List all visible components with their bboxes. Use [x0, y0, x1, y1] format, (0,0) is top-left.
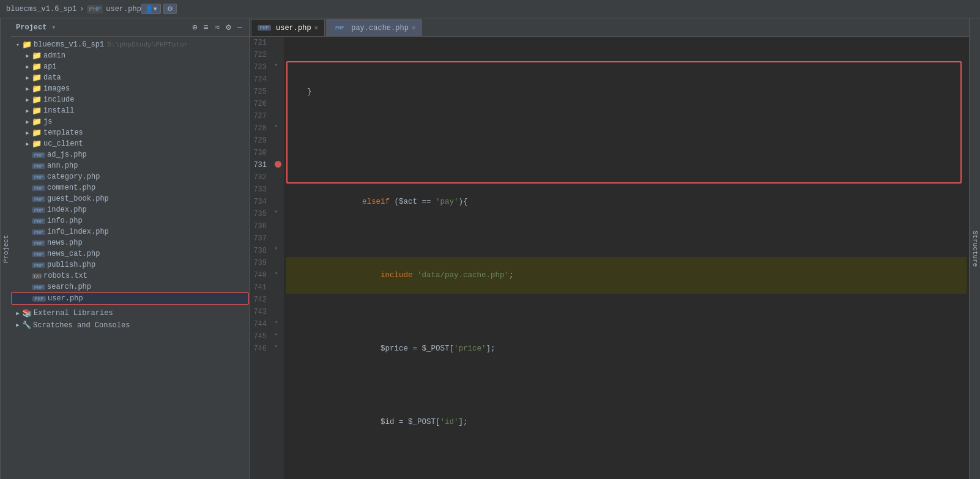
folder-include[interactable]: ▶ 📁 include: [11, 94, 249, 105]
file-publish[interactable]: PHP publish.php: [11, 259, 249, 270]
fold-742[interactable]: ◂: [274, 318, 278, 325]
file-info_index[interactable]: PHP info_index.php: [11, 226, 249, 237]
tab-user-php[interactable]: PHP user.php ×: [251, 19, 325, 36]
file-ad_js[interactable]: PHP ad_js.php: [11, 149, 249, 160]
folder-api[interactable]: ▶ 📁 api: [11, 61, 249, 72]
gutter: ▾ ▾ ◂ ▾ ▾ ◂ ◂ ◂ ▾: [273, 37, 284, 479]
root-path: D:\phpStudy\PHPTutor: [107, 41, 188, 48]
code-content: 721 722 723 724 725 726 727 728 729 730 …: [250, 37, 969, 479]
fold-745[interactable]: ▾: [274, 343, 278, 350]
fold-728[interactable]: ▾: [274, 122, 278, 130]
tab-pay-cache-php[interactable]: PHP pay.cache.php ×: [326, 19, 422, 36]
tab-pay-cache-close[interactable]: ×: [412, 24, 416, 32]
project-tab-label[interactable]: Project: [0, 18, 11, 479]
fold-740[interactable]: ◂: [274, 269, 278, 277]
file-category[interactable]: PHP category.php: [11, 171, 249, 182]
line-726: $id = $_POST['id'];: [286, 404, 967, 440]
settings-button[interactable]: ⚙: [163, 4, 177, 14]
top-bar: bluecms_v1.6_sp1 › PHP user.php 👤▾ ⚙: [0, 0, 980, 18]
file-guest_book[interactable]: PHP guest_book.php: [11, 193, 249, 204]
code-area[interactable]: } elseif ($act == 'pay'){ include 'data/…: [284, 37, 969, 479]
root-folder-icon: 📁: [22, 40, 32, 49]
line-721: }: [286, 86, 967, 98]
tab-bar: PHP user.php × PHP pay.cache.php ×: [250, 18, 969, 37]
top-right-area: 👤▾ ⚙: [141, 4, 177, 14]
structure-label[interactable]: Structure: [969, 18, 980, 479]
external-libraries[interactable]: ▶ 📚 External Libraries: [11, 307, 249, 319]
project-name: bluecms_v1.6_sp1: [6, 5, 76, 13]
fold-738[interactable]: ▾: [274, 245, 278, 252]
tab-user-php-label: user.php: [276, 24, 311, 32]
sidebar-toolbar: Project ▾ ⊕ ≡ ≈ ⚙ —: [11, 18, 249, 37]
fold-743[interactable]: ◂: [274, 330, 278, 338]
fold-735[interactable]: ▾: [274, 208, 278, 215]
file-news[interactable]: PHP news.php: [11, 237, 249, 248]
sidebar: Project ▾ ⊕ ≡ ≈ ⚙ — ▾ 📁 bluecms_v1.6_sp1…: [11, 18, 250, 479]
sort-icon[interactable]: ≈: [213, 21, 221, 34]
gear-icon[interactable]: ⚙: [224, 21, 232, 34]
root-label: bluecms_v1.6_sp1: [34, 40, 104, 49]
folder-templates[interactable]: ▶ 📁 templates: [11, 127, 249, 138]
toolbar-icons: ⊕ ≡ ≈ ⚙ —: [190, 21, 244, 34]
file-user[interactable]: PHP user.php: [11, 292, 249, 305]
tab-pay-cache-label: pay.cache.php: [351, 24, 409, 32]
file-news_cat[interactable]: PHP news_cat.php: [11, 248, 249, 259]
folder-install[interactable]: ▶ 📁 install: [11, 105, 249, 116]
fold-723[interactable]: ▾: [274, 61, 278, 69]
editor-area: PHP user.php × PHP pay.cache.php × 721 7…: [250, 18, 969, 479]
sidebar-title: Project: [16, 23, 46, 32]
main-layout: Project Project ▾ ⊕ ≡ ≈ ⚙ — ▾ 📁 bluecms_…: [0, 18, 980, 479]
tab-user-php-close[interactable]: ×: [314, 24, 319, 32]
folder-data[interactable]: ▶ 📁 data: [11, 72, 249, 83]
line-722: [286, 135, 967, 147]
file-info[interactable]: PHP info.php: [11, 215, 249, 226]
folder-images[interactable]: ▶ 📁 images: [11, 83, 249, 94]
root-arrow: ▾: [13, 40, 22, 49]
line-724: include 'data/pay.cache.php';: [286, 257, 967, 294]
breakpoint-731: [275, 161, 281, 168]
scratches-consoles[interactable]: ▶ 🔧 Scratches and Consoles: [11, 319, 249, 331]
minimize-icon[interactable]: —: [236, 21, 244, 34]
php-icon: PHP: [87, 5, 103, 13]
project-tree: ▾ 📁 bluecms_v1.6_sp1 D:\phpStudy\PHPTuto…: [11, 37, 249, 479]
file-comment[interactable]: PHP comment.php: [11, 182, 249, 193]
folder-admin[interactable]: ▶ 📁 admin: [11, 50, 249, 61]
user-icon-button[interactable]: 👤▾: [141, 4, 161, 14]
breadcrumb: bluecms_v1.6_sp1 › PHP user.php: [6, 5, 141, 13]
folder-js[interactable]: ▶ 📁 js: [11, 116, 249, 127]
file-search[interactable]: PHP search.php: [11, 281, 249, 292]
code-lines: } elseif ($act == 'pay'){ include 'data/…: [284, 37, 969, 479]
file-robots[interactable]: TXT robots.txt: [11, 270, 249, 281]
line-723: elseif ($act == 'pay'){: [286, 184, 967, 220]
file-name: user.php: [106, 5, 141, 13]
line-numbers: 721 722 723 724 725 726 727 728 729 730 …: [250, 37, 273, 479]
tree-root[interactable]: ▾ 📁 bluecms_v1.6_sp1 D:\phpStudy\PHPTuto…: [11, 39, 249, 50]
collapse-icon[interactable]: ≡: [201, 21, 210, 34]
locate-icon[interactable]: ⊕: [190, 21, 199, 34]
file-index[interactable]: PHP index.php: [11, 204, 249, 215]
file-ann[interactable]: PHP ann.php: [11, 160, 249, 171]
line-725: $price = $_POST['price'];: [286, 330, 967, 367]
folder-uc_client[interactable]: ▶ 📁 uc_client: [11, 138, 249, 149]
